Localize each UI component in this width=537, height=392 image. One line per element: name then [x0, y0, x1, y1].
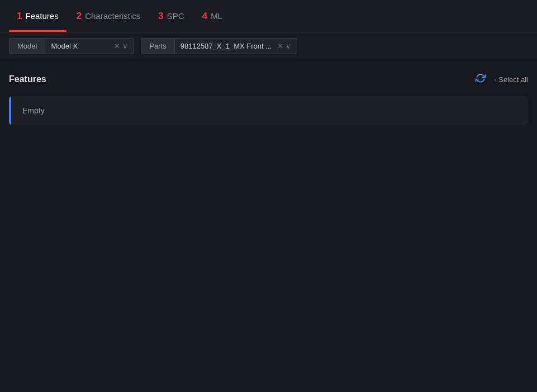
tab-label-features: Features — [25, 11, 58, 21]
parts-group: Parts 98112587_X_1_MX Front ... ✕ ∨ — [141, 38, 297, 54]
parts-value: 98112587_X_1_MX Front ... — [180, 42, 273, 50]
tab-characteristics[interactable]: 2 Characteristics — [69, 0, 149, 32]
model-select-icons: ✕ ∨ — [114, 42, 128, 50]
select-all-button[interactable]: › Select all — [494, 75, 528, 84]
tab-label-ml: ML — [211, 11, 222, 21]
model-select[interactable]: Model X ✕ ∨ — [45, 38, 134, 54]
tab-number-spc: 3 — [158, 11, 163, 22]
toolbar: Model Model X ✕ ∨ Parts 98112587_X_1_MX … — [0, 32, 537, 60]
parts-chevron-down-icon[interactable]: ∨ — [286, 42, 291, 50]
tab-spc[interactable]: 3 SPC — [150, 0, 192, 32]
select-all-chevron-icon: › — [494, 75, 496, 84]
tab-number-characteristics: 2 — [77, 11, 82, 22]
model-label: Model — [9, 38, 45, 54]
parts-select-icons: ✕ ∨ — [277, 42, 291, 50]
tab-ml[interactable]: 4 ML — [194, 0, 230, 32]
parts-clear-icon[interactable]: ✕ — [277, 42, 283, 50]
chevron-down-icon[interactable]: ∨ — [122, 42, 128, 50]
main-content: Features › Select all Empty — [0, 60, 537, 136]
tab-label-characteristics: Characteristics — [85, 11, 140, 21]
feature-item-empty-text: Empty — [11, 96, 56, 125]
tab-bar: 1 Features 2 Characteristics 3 SPC 4 ML — [0, 0, 537, 32]
parts-label: Parts — [141, 38, 174, 54]
tab-label-spc: SPC — [167, 11, 184, 21]
tab-features[interactable]: 1 Features — [9, 0, 66, 32]
section-actions: › Select all — [473, 71, 528, 87]
model-group: Model Model X ✕ ∨ — [9, 38, 134, 54]
tab-number-ml: 4 — [202, 11, 207, 22]
refresh-icon — [476, 73, 486, 85]
refresh-button[interactable] — [473, 71, 488, 87]
model-value: Model X — [51, 42, 110, 50]
section-title: Features — [9, 74, 46, 84]
feature-item-empty: Empty — [9, 96, 528, 125]
select-all-label: Select all — [498, 75, 528, 84]
clear-icon[interactable]: ✕ — [114, 42, 120, 50]
tab-number-features: 1 — [17, 11, 22, 22]
section-header: Features › Select all — [9, 71, 528, 87]
parts-select[interactable]: 98112587_X_1_MX Front ... ✕ ∨ — [174, 38, 297, 54]
feature-list: Empty — [9, 96, 528, 125]
